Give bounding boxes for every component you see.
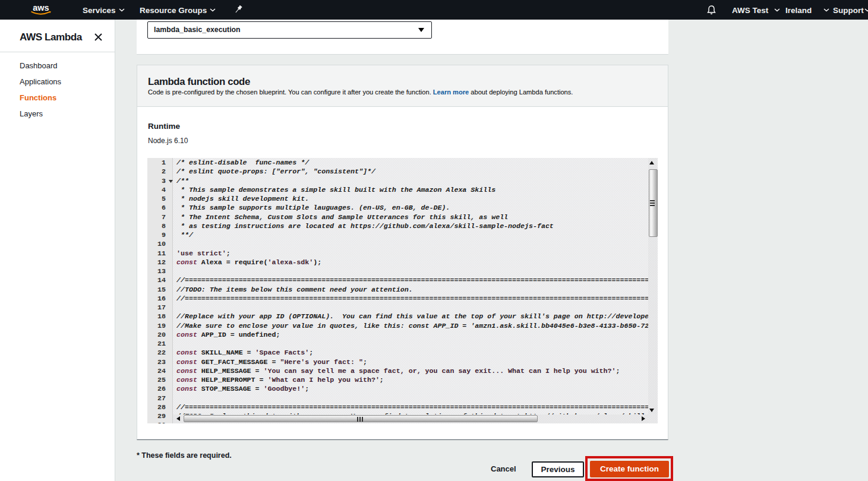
svg-text:aws: aws — [33, 3, 49, 12]
